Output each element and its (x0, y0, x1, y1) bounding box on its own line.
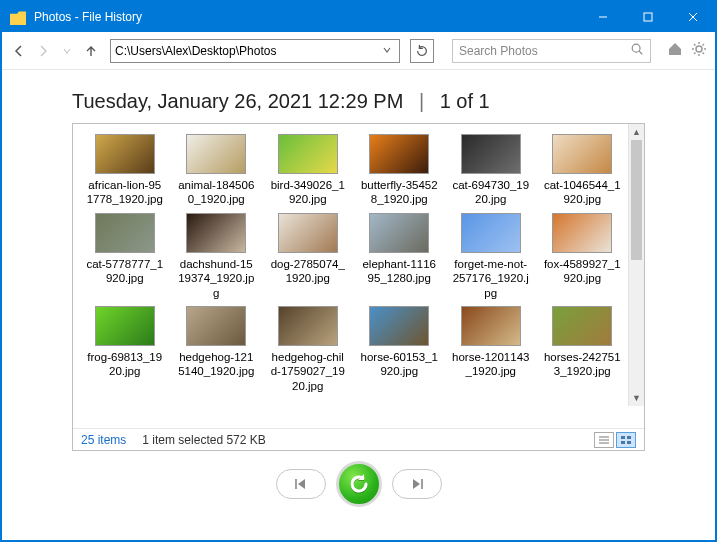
file-name-label: butterfly-354528_1920.jpg (360, 178, 438, 207)
search-box[interactable] (452, 39, 651, 63)
title-bar: Photos - File History (2, 2, 715, 32)
file-item[interactable]: dachshund-1519374_1920.jpg (175, 213, 259, 300)
svg-line-14 (703, 44, 705, 46)
settings-gear-icon[interactable] (691, 41, 707, 60)
file-name-label: frog-69813_1920.jpg (86, 350, 164, 379)
window-title: Photos - File History (34, 10, 580, 24)
svg-rect-1 (644, 13, 652, 21)
search-input[interactable] (459, 44, 607, 58)
version-heading: Tuesday, January 26, 2021 12:29 PM | 1 o… (2, 70, 715, 123)
file-item[interactable]: cat-1046544_1920.jpg (541, 134, 625, 207)
file-item[interactable]: dog-2785074_1920.jpg (266, 213, 350, 300)
file-name-label: cat-694730_1920.jpg (452, 178, 530, 207)
file-name-label: elephant-111695_1280.jpg (360, 257, 438, 286)
svg-rect-20 (621, 441, 625, 444)
close-button[interactable] (670, 2, 715, 32)
next-version-button[interactable] (392, 469, 442, 499)
file-name-label: hedgehog-child-1759027_1920.jpg (269, 350, 347, 393)
app-folder-icon (10, 9, 26, 25)
restore-button[interactable] (336, 461, 382, 507)
file-name-label: horses-2427513_1920.jpg (543, 350, 621, 379)
icons-view-button[interactable] (616, 432, 636, 448)
file-item[interactable]: hedgehog-1215140_1920.jpg (175, 306, 259, 393)
previous-version-button[interactable] (276, 469, 326, 499)
file-item[interactable]: elephant-111695_1280.jpg (358, 213, 442, 300)
file-name-label: hedgehog-1215140_1920.jpg (177, 350, 255, 379)
home-icon[interactable] (667, 41, 683, 60)
file-name-label: cat-1046544_1920.jpg (543, 178, 621, 207)
file-item[interactable]: butterfly-354528_1920.jpg (358, 134, 442, 207)
status-bar: 25 items 1 item selected 572 KB (73, 428, 644, 450)
file-item[interactable]: horses-2427513_1920.jpg (541, 306, 625, 393)
file-item[interactable]: african-lion-951778_1920.jpg (83, 134, 167, 207)
file-scroll-area[interactable]: african-lion-951778_1920.jpganimal-18450… (73, 124, 644, 428)
address-bar[interactable]: C:\Users\Alex\Desktop\Photos (110, 39, 400, 63)
svg-point-4 (632, 44, 640, 52)
svg-point-6 (696, 46, 702, 52)
refresh-button[interactable] (410, 39, 434, 63)
search-icon (630, 42, 644, 59)
file-panel: african-lion-951778_1920.jpganimal-18450… (72, 123, 645, 451)
file-thumbnail (369, 134, 429, 174)
back-button[interactable] (10, 42, 28, 60)
file-name-label: cat-5778777_1920.jpg (86, 257, 164, 286)
file-name-label: animal-1845060_1920.jpg (177, 178, 255, 207)
file-item[interactable]: horse-1201143_1920.jpg (449, 306, 533, 393)
file-name-label: fox-4589927_1920.jpg (543, 257, 621, 286)
file-thumbnail (461, 306, 521, 346)
address-path: C:\Users\Alex\Desktop\Photos (115, 44, 379, 58)
nav-toolbar: C:\Users\Alex\Desktop\Photos (2, 32, 715, 70)
file-item[interactable]: fox-4589927_1920.jpg (541, 213, 625, 300)
file-thumbnail (461, 134, 521, 174)
file-thumbnail (278, 213, 338, 253)
file-thumbnail (95, 134, 155, 174)
file-name-label: dog-2785074_1920.jpg (269, 257, 347, 286)
address-dropdown-icon[interactable] (379, 44, 395, 58)
file-item[interactable]: cat-694730_1920.jpg (449, 134, 533, 207)
item-count: 25 items (81, 433, 126, 447)
file-thumbnail (369, 306, 429, 346)
svg-line-11 (694, 44, 696, 46)
up-button[interactable] (82, 42, 100, 60)
svg-rect-18 (621, 436, 625, 439)
file-item[interactable]: horse-60153_1920.jpg (358, 306, 442, 393)
file-thumbnail (278, 134, 338, 174)
history-controls (2, 461, 715, 507)
file-thumbnail (186, 134, 246, 174)
file-thumbnail (461, 213, 521, 253)
file-name-label: forget-me-not-257176_1920.jpg (452, 257, 530, 300)
file-thumbnail (278, 306, 338, 346)
file-name-label: african-lion-951778_1920.jpg (86, 178, 164, 207)
scroll-down-icon[interactable]: ▼ (629, 390, 644, 406)
file-item[interactable]: cat-5778777_1920.jpg (83, 213, 167, 300)
selection-info: 1 item selected 572 KB (142, 433, 265, 447)
version-timestamp: Tuesday, January 26, 2021 12:29 PM (72, 90, 403, 112)
file-item[interactable]: forget-me-not-257176_1920.jpg (449, 213, 533, 300)
svg-line-12 (703, 53, 705, 55)
file-name-label: horse-60153_1920.jpg (360, 350, 438, 379)
svg-rect-21 (627, 441, 631, 444)
details-view-button[interactable] (594, 432, 614, 448)
svg-line-5 (639, 51, 642, 54)
file-thumbnail (552, 213, 612, 253)
vertical-scrollbar[interactable]: ▲ ▼ (628, 124, 644, 406)
file-grid: african-lion-951778_1920.jpganimal-18450… (83, 134, 624, 393)
scroll-up-icon[interactable]: ▲ (629, 124, 644, 140)
minimize-button[interactable] (580, 2, 625, 32)
history-dropdown-icon[interactable] (58, 42, 76, 60)
forward-button[interactable] (34, 42, 52, 60)
maximize-button[interactable] (625, 2, 670, 32)
version-pager: 1 of 1 (440, 90, 490, 112)
svg-rect-19 (627, 436, 631, 439)
scrollbar-thumb[interactable] (631, 140, 642, 260)
heading-separator: | (419, 90, 424, 112)
file-item[interactable]: bird-349026_1920.jpg (266, 134, 350, 207)
file-thumbnail (552, 306, 612, 346)
svg-line-13 (694, 53, 696, 55)
file-item[interactable]: hedgehog-child-1759027_1920.jpg (266, 306, 350, 393)
view-mode-switcher (594, 432, 636, 448)
file-item[interactable]: animal-1845060_1920.jpg (175, 134, 259, 207)
file-item[interactable]: frog-69813_1920.jpg (83, 306, 167, 393)
file-thumbnail (369, 213, 429, 253)
file-name-label: dachshund-1519374_1920.jpg (177, 257, 255, 300)
